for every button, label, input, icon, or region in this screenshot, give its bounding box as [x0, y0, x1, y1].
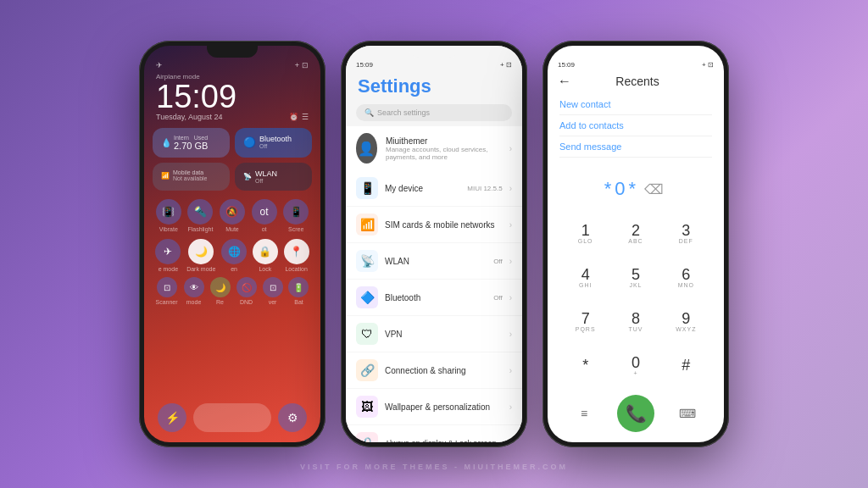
wlan-label: WLAN — [255, 169, 277, 178]
key-0[interactable]: 0 + — [611, 344, 659, 386]
ver-btn[interactable]: ⊡ ver — [263, 277, 283, 305]
flashlight-btn[interactable]: 🔦 Flashlight — [187, 199, 213, 232]
screen-label: Scree — [288, 226, 303, 232]
delete-button[interactable]: ⌫ — [644, 181, 667, 197]
connection-item[interactable]: 🔗 Connection & sharing › — [346, 352, 522, 388]
dnd-btn[interactable]: 🚫 DND — [236, 277, 257, 305]
key-8[interactable]: 8 TUV — [611, 300, 659, 342]
ver-label: ver — [269, 299, 277, 305]
p1-bottom-bar: ⚡ ⚙ — [144, 398, 320, 442]
profile-avatar: 👤 — [356, 133, 377, 164]
bat-btn[interactable]: 🔋 Bat — [288, 277, 309, 305]
mode-btn[interactable]: 👁 mode — [184, 277, 204, 305]
dialer-input: *0* ⌫ — [548, 169, 724, 208]
key-3[interactable]: 3 DEF — [662, 212, 710, 254]
call-button[interactable]: 📞 — [617, 395, 654, 432]
profile-item[interactable]: 👤 Miuithemer Manage accounts, cloud serv… — [346, 126, 522, 170]
p1-date-text: Tuesday, August 24 — [156, 113, 223, 121]
wlan-item[interactable]: 📡 WLAN Off › — [346, 243, 522, 279]
en-icon: 🌐 — [221, 239, 247, 264]
phone1-notch — [207, 46, 258, 58]
mobile-data-tile[interactable]: 📶 Mobile data Not available — [153, 163, 230, 191]
wlan-text: WLAN — [385, 257, 487, 266]
re-icon: 🌙 — [210, 277, 231, 297]
flashlight-icon: 🔦 — [187, 199, 213, 225]
emode-btn[interactable]: ✈ e mode — [155, 239, 181, 272]
key-hash[interactable]: # — [662, 344, 710, 386]
p1-alarm-icon[interactable]: ⏰ — [289, 113, 298, 121]
sim-item[interactable]: 📶 SIM cards & mobile networks › — [346, 207, 522, 242]
location-btn[interactable]: 📍 Location — [284, 239, 309, 272]
p2-time: 15:09 — [356, 61, 373, 69]
new-contact-item[interactable]: New contact — [559, 94, 712, 115]
location-label: Location — [285, 266, 307, 272]
en-btn[interactable]: 🌐 en — [221, 239, 247, 272]
keyboard-icon: ⌨ — [679, 407, 696, 420]
vpn-chevron: › — [509, 330, 512, 339]
lightning-btn[interactable]: ⚡ — [158, 403, 186, 432]
vibrate-icon: 📳 — [156, 199, 181, 225]
bluetooth-item[interactable]: 🔷 Bluetooth Off › — [346, 280, 522, 315]
quick-row-2: ✈ e mode 🌙 Dark mode 🌐 en 🔒 Lock — [144, 236, 320, 275]
back-button[interactable]: ← — [558, 74, 571, 89]
key-9[interactable]: 9 WXYZ — [662, 300, 710, 342]
settings-search[interactable]: 🔍 Search settings — [356, 104, 512, 121]
send-message-item[interactable]: Send message — [559, 136, 712, 158]
key-4[interactable]: 4 GHI — [561, 256, 609, 298]
p1-plus-icon: + — [295, 61, 299, 69]
key-7[interactable]: 7 PQRS — [561, 300, 609, 342]
key-star[interactable]: * — [561, 344, 609, 386]
wallpaper-label: Wallpaper & personalization — [385, 402, 503, 412]
phone3-notch — [610, 46, 661, 58]
bluetooth-tile[interactable]: 🔵 Bluetooth Off — [235, 128, 312, 158]
wallpaper-text: Wallpaper & personalization — [385, 402, 503, 412]
bat-label: Bat — [294, 299, 303, 305]
mobile-data-label: Mobile data — [173, 169, 207, 175]
aod-label: Always-on display & Lock screen — [385, 439, 503, 442]
wlan-tile[interactable]: 📡 WLAN Off — [235, 163, 312, 191]
add-to-contacts-item[interactable]: Add to contacts — [559, 115, 712, 136]
p2-icons: + ⊡ — [500, 61, 512, 69]
phones-container: ✈ + ⊡ Airplane mode 15:09 Tuesday, Augus… — [139, 41, 729, 447]
key-2[interactable]: 2 ABC — [611, 212, 659, 254]
screen-icon: 📱 — [283, 199, 309, 225]
lock-btn[interactable]: 🔒 Lock — [253, 239, 278, 272]
my-device-item[interactable]: 📱 My device MIUI 12.5.5 › — [346, 170, 522, 206]
p1-status-icons: + ⊡ — [295, 61, 309, 69]
profile-info: Miuithemer Manage accounts, cloud servic… — [386, 136, 501, 161]
vpn-item[interactable]: 🛡 VPN › — [346, 316, 522, 352]
my-device-text: My device — [385, 184, 460, 193]
connection-icon: 🔗 — [356, 359, 378, 381]
storage-tile[interactable]: 💧 Intern Used 2.70 GB — [153, 128, 230, 158]
keyboard-btn[interactable]: ⌨ — [675, 401, 700, 426]
phone-3: 15:09 + ⊡ ← Recents New contact Add to c… — [542, 41, 729, 447]
key-6[interactable]: 6 MNO — [662, 256, 710, 298]
vibrate-btn[interactable]: 📳 Vibrate — [156, 199, 181, 232]
scanner-btn[interactable]: ⊡ Scanner — [155, 277, 177, 305]
storage-label: Intern Used — [174, 135, 208, 141]
wallpaper-item[interactable]: 🖼 Wallpaper & personalization › — [346, 389, 522, 424]
mute-btn[interactable]: 🔕 Mute — [220, 199, 245, 232]
brightness-bar[interactable] — [193, 403, 271, 432]
screen-btn[interactable]: 📱 Scree — [283, 199, 309, 232]
mode-icon: 👁 — [184, 277, 204, 297]
key-1[interactable]: 1 GLO — [561, 212, 609, 254]
p1-clock: 15:09 — [144, 80, 320, 113]
en-label: en — [231, 266, 237, 272]
menu-btn[interactable]: ≡ — [571, 401, 597, 426]
my-device-chevron: › — [509, 184, 512, 193]
p3-header: ← Recents — [548, 70, 724, 91]
settings-btn[interactable]: ⚙ — [278, 403, 307, 432]
phone-1: ✈ + ⊡ Airplane mode 15:09 Tuesday, Augus… — [139, 41, 326, 447]
mobile-data-sub: Not available — [173, 175, 207, 181]
re-btn[interactable]: 🌙 Re — [210, 277, 231, 305]
wlan-tile-icon: 📡 — [243, 173, 252, 180]
key-5[interactable]: 5 JKL — [611, 256, 659, 298]
p2-status-icons: + ⊡ — [500, 61, 512, 69]
aod-item[interactable]: 🔒 Always-on display & Lock screen › — [346, 425, 522, 442]
darkmode-btn[interactable]: 🌙 Dark mode — [186, 239, 215, 272]
bluetooth-settings-label: Bluetooth — [385, 293, 487, 302]
ot-btn[interactable]: ot ot — [252, 199, 277, 232]
wlan-settings-label: WLAN — [385, 257, 487, 266]
p1-menu-icon[interactable]: ☰ — [302, 113, 309, 121]
